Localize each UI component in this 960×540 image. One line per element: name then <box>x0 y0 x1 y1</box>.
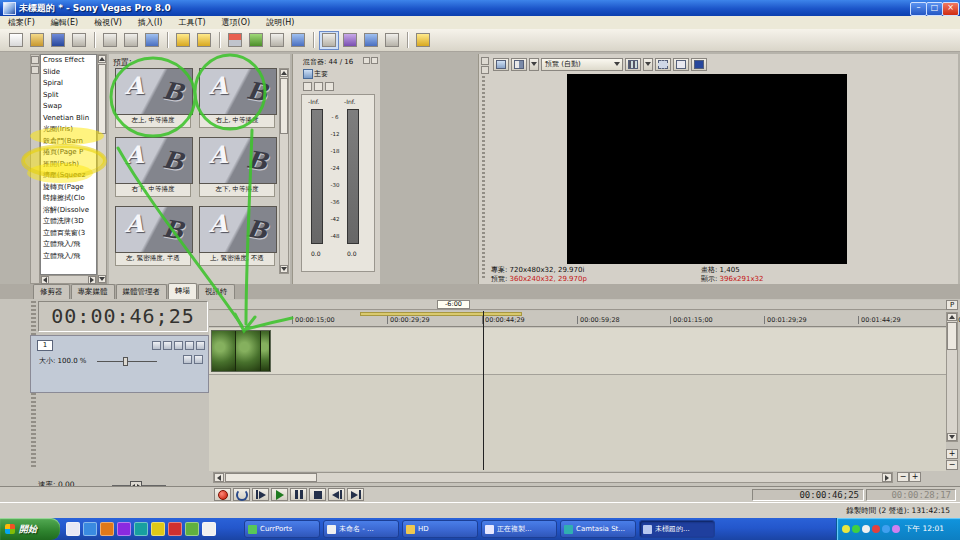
tab-project-media[interactable]: 專案媒體 <box>71 284 115 299</box>
mixer-properties-icon[interactable] <box>371 57 378 64</box>
start-button[interactable]: 開始 <box>0 518 60 540</box>
tray-icon[interactable] <box>882 525 890 533</box>
track-level-slider-thumb[interactable] <box>123 357 128 366</box>
menu-edit[interactable]: 編輯(E) <box>43 17 86 28</box>
redo-button[interactable] <box>194 31 214 50</box>
scroll-down-icon[interactable] <box>280 265 288 273</box>
list-item[interactable]: Spiral <box>41 78 96 90</box>
taskbar-button[interactable]: HD <box>402 520 478 538</box>
title-bar[interactable]: 未標題的 * - Sony Vegas Pro 8.0 – □ × <box>0 0 960 16</box>
mixer-insert-bus-icon[interactable] <box>363 57 370 64</box>
undo-button[interactable] <box>173 31 193 50</box>
marker-label[interactable]: -6:00 <box>437 300 470 309</box>
list-item[interactable]: 溶解(Dissolve <box>41 205 96 217</box>
stop-button[interactable] <box>309 488 326 501</box>
tab-media-manager[interactable]: 媒體管理者 <box>116 284 168 299</box>
transitions-v-scrollbar[interactable] <box>97 54 107 284</box>
menu-insert[interactable]: 插入(I) <box>130 17 171 28</box>
track-mute-icon[interactable] <box>174 341 183 350</box>
transport-time-current[interactable]: 00:00:46;25 <box>752 489 864 501</box>
menu-file[interactable]: 檔案(F) <box>0 17 43 28</box>
taskbar-button[interactable]: Camtasia St... <box>560 520 636 538</box>
ignore-grouping-button[interactable] <box>288 31 308 50</box>
tray-icon[interactable] <box>862 525 870 533</box>
zoom-tool-button[interactable] <box>382 31 402 50</box>
preset-thumbnail[interactable]: A B 左, 緊密捲度, 半透 <box>115 206 193 266</box>
minimize-button[interactable]: – <box>910 2 927 16</box>
meter-right-bar[interactable] <box>347 109 359 244</box>
track-solo-icon[interactable] <box>185 341 194 350</box>
tab-transitions[interactable]: 轉場 <box>168 283 197 299</box>
track-number[interactable]: 1 <box>37 340 53 351</box>
taskbar-button[interactable]: 正在複製... <box>481 520 557 538</box>
meter-left-bar[interactable] <box>311 109 323 244</box>
timeline-h-scrollbar[interactable] <box>213 472 893 483</box>
scrollbar-thumb[interactable] <box>947 322 957 350</box>
list-item[interactable]: 時鐘擦拭(Clo <box>41 193 96 205</box>
preset-thumbnail[interactable]: A B 右下, 中等捲度 <box>115 137 193 197</box>
scroll-down-icon[interactable] <box>947 433 957 441</box>
maximize-button[interactable]: □ <box>926 2 943 16</box>
track-zoom-out-button[interactable]: − <box>946 460 958 470</box>
taskbar-button[interactable]: 未命名 - ... <box>323 520 399 538</box>
scroll-left-icon[interactable] <box>41 276 49 284</box>
list-item[interactable]: Split <box>41 90 96 102</box>
scroll-down-icon[interactable] <box>98 275 106 283</box>
taskbar-button-active[interactable]: 未標題的... <box>639 520 715 538</box>
list-item[interactable]: 擠壓(Squeez <box>41 170 96 182</box>
list-item[interactable]: 捲頁(Page P <box>41 147 96 159</box>
timecode-display[interactable]: 00:00:46;25 <box>38 301 208 332</box>
quicklaunch-icon[interactable] <box>185 522 199 536</box>
list-item[interactable]: Venetian Blin <box>41 113 96 125</box>
play-button[interactable] <box>271 488 288 501</box>
presets-v-scrollbar[interactable] <box>279 68 289 274</box>
taskbar-button[interactable]: CurrPorts <box>244 520 320 538</box>
cut-button[interactable] <box>100 31 120 50</box>
list-item[interactable]: 光圈(Iris) <box>41 124 96 136</box>
selection-tool-button[interactable] <box>361 31 381 50</box>
list-item[interactable]: 推開(Push) <box>41 159 96 171</box>
tray-icon[interactable] <box>842 525 850 533</box>
scrollbar-thumb[interactable] <box>98 64 106 134</box>
track-zoom-in-button[interactable]: + <box>946 449 958 459</box>
transitions-dock-handle[interactable] <box>30 54 40 284</box>
scroll-right-icon[interactable] <box>882 473 892 482</box>
time-zoom-in-button[interactable]: + <box>909 472 921 482</box>
track-motion-icon[interactable] <box>194 355 203 364</box>
grid-overlay-icon[interactable] <box>625 58 641 71</box>
preset-thumbnail[interactable]: A B 左上, 中等捲度 <box>115 68 193 128</box>
close-button[interactable]: × <box>942 2 959 16</box>
list-item[interactable]: 旋轉頁(Page <box>41 182 96 194</box>
dock-close-icon[interactable] <box>31 56 39 64</box>
scrollbar-thumb[interactable] <box>280 78 288 134</box>
quicklaunch-icon[interactable] <box>83 522 97 536</box>
open-button[interactable] <box>27 31 47 50</box>
scroll-right-icon[interactable] <box>88 276 96 284</box>
time-zoom-out-button[interactable]: − <box>897 472 909 482</box>
track-automation-icon[interactable] <box>196 341 205 350</box>
lock-envelopes-button[interactable] <box>267 31 287 50</box>
video-display[interactable] <box>567 74 847 264</box>
save-button[interactable] <box>48 31 68 50</box>
go-to-start-button[interactable] <box>328 488 345 501</box>
marker-bar[interactable]: -6:00 <box>209 300 958 310</box>
tray-icon[interactable] <box>852 525 860 533</box>
track-fx-icon[interactable] <box>163 341 172 350</box>
preview-dock-handle[interactable] <box>482 76 485 280</box>
track-composite-mode-icon[interactable] <box>183 355 192 364</box>
scroll-up-icon[interactable] <box>98 55 106 63</box>
split-screen-icon[interactable] <box>511 58 527 71</box>
transitions-h-scrollbar[interactable] <box>40 275 97 284</box>
video-event[interactable] <box>211 330 271 372</box>
tray-icon[interactable] <box>872 525 880 533</box>
timeline-empty-area[interactable] <box>209 375 946 471</box>
preview-close-icon[interactable] <box>481 57 489 65</box>
scroll-up-icon[interactable] <box>280 69 288 77</box>
go-to-end-button[interactable] <box>347 488 364 501</box>
list-item[interactable]: Slide <box>41 67 96 79</box>
save-snapshot-icon[interactable] <box>691 58 707 71</box>
quicklaunch-icon[interactable] <box>66 522 80 536</box>
play-from-start-button[interactable] <box>252 488 269 501</box>
scroll-up-icon[interactable] <box>947 313 957 321</box>
preset-thumbnail[interactable]: A B 左下, 中等捲度 <box>199 137 277 197</box>
